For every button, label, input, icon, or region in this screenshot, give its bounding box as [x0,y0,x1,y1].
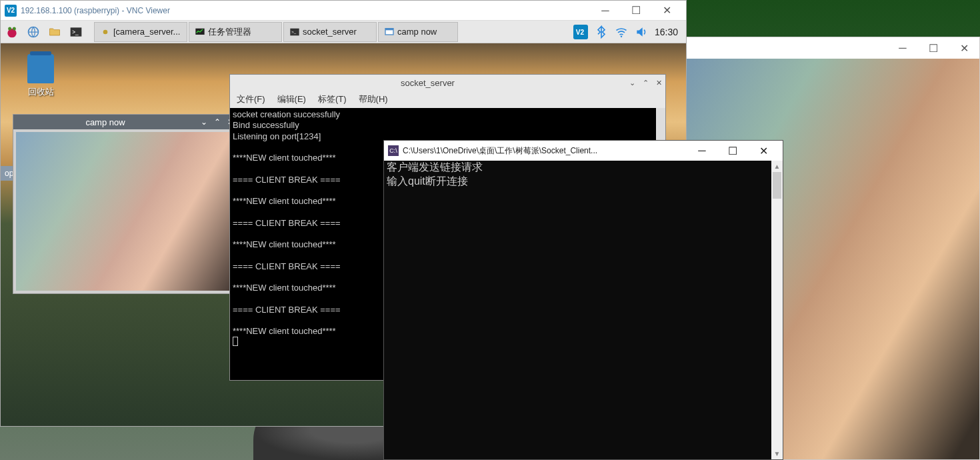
taskbar-app-socket-server[interactable]: >_ socket_server [283,22,377,42]
minimize-button[interactable]: ⌄ [625,76,639,89]
folder-icon [48,25,61,39]
close-button[interactable]: ✕ [748,141,779,161]
menu-file[interactable]: 文件(F) [237,93,265,105]
cmd-output[interactable]: 客户端发送链接请求 输入quit断开连接 ▲ ▼ [384,161,783,459]
menu-help[interactable]: 帮助(H) [359,93,388,105]
minimize-button[interactable]: ─ [687,141,717,161]
maximize-button[interactable]: ☐ [918,38,949,58]
globe-icon [27,25,40,39]
taskbar-app-label: [camera_server... [113,27,180,37]
svg-rect-11 [385,28,393,30]
terminal-titlebar[interactable]: socket_server ⌄ ⌃ ✕ [230,75,665,91]
svg-point-1 [8,27,11,30]
vnc-logo-icon: V2 [5,5,17,17]
pi-menu-button[interactable] [2,22,22,42]
scrollbar[interactable]: ▲ ▼ [771,161,783,459]
trash-desktop-icon[interactable]: 回收站 [27,54,54,98]
camp-window-title: camp now [13,117,197,127]
camera-window-titlebar[interactable]: ─ ☐ ✕ [686,37,979,59]
svg-point-2 [13,27,16,30]
maximize-button[interactable]: ⌃ [639,76,652,89]
clock[interactable]: 16:30 [655,27,678,37]
terminal-icon: >_ [289,27,300,37]
camp-titlebar[interactable]: camp now ⌄ ⌃ ✕ [13,115,237,129]
scroll-down-button[interactable]: ▼ [771,448,783,459]
window-icon [384,27,395,37]
menu-edit[interactable]: 编辑(E) [277,93,306,105]
trash-label: 回收站 [28,86,54,98]
terminal-icon: >_ [69,25,83,39]
cmd-line: 输入quit断开连接 [387,175,780,189]
taskbar-app-label: socket_server [303,27,357,37]
terminal-cursor [233,337,238,346]
svg-text:V2: V2 [576,28,585,35]
minimize-button[interactable]: ⌄ [197,115,211,129]
maximize-button[interactable]: ⌃ [211,115,224,129]
volume-icon[interactable] [635,25,648,39]
trash-icon [27,54,54,83]
system-tray: V2 16:30 [567,25,685,39]
cmd-icon: C:\ [388,145,399,156]
taskbar-app-camp-now[interactable]: camp now [378,22,458,42]
cmd-titlebar[interactable]: C:\ C:\Users\1\OneDrive\桌面\工作\树莓派\Socket… [384,141,783,161]
scroll-up-button[interactable]: ▲ [771,161,783,172]
vnc-tray-icon[interactable]: V2 [573,25,588,39]
vnc-titlebar[interactable]: V2 192.168.1.100 (raspberrypi) - VNC Vie… [1,1,686,21]
svg-text:>_: >_ [72,28,79,35]
maximize-button[interactable]: ☐ [717,141,748,161]
svg-text:>_: >_ [291,30,297,34]
cmd-window-title: C:\Users\1\OneDrive\桌面\工作\树莓派\Socket_Cli… [403,145,687,157]
maximize-button[interactable]: ☐ [621,1,651,21]
cmd-line: 客户端发送链接请求 [387,161,780,175]
svg-point-6 [103,29,108,34]
svg-point-14 [621,35,623,37]
wifi-icon[interactable] [615,25,628,39]
camp-now-window: camp now ⌄ ⌃ ✕ [13,114,238,294]
close-button[interactable]: ✕ [651,1,682,21]
close-button[interactable]: ✕ [652,76,665,89]
camp-camera-image [16,132,235,291]
socket-client-cmd-window: C:\ C:\Users\1\OneDrive\桌面\工作\树莓派\Socket… [383,140,783,460]
bluetooth-icon[interactable] [595,25,608,39]
files-button[interactable] [45,22,65,42]
close-button[interactable]: ✕ [949,38,979,58]
taskbar-app-label: 任务管理器 [208,26,251,38]
terminal-button[interactable]: >_ [66,22,86,42]
pi-taskbar: >_ [camera_server... 任务管理器 >_ socket_ser… [1,21,686,43]
monitor-icon [195,27,205,37]
browser-button[interactable] [23,22,43,42]
terminal-window-title: socket_server [230,78,625,88]
taskbar-app-label: camp now [397,27,437,37]
minimize-button[interactable]: ─ [590,1,621,21]
terminal-menubar: 文件(F) 编辑(E) 标签(T) 帮助(H) [230,91,665,108]
gear-icon [100,27,111,37]
vnc-window-title: 192.168.1.100 (raspberrypi) - VNC Viewer [21,6,590,15]
minimize-button[interactable]: ─ [887,38,918,58]
scroll-thumb[interactable] [773,172,781,199]
raspberry-icon [5,25,19,39]
taskbar-app-camera-server[interactable]: [camera_server... [94,22,187,42]
menu-tabs[interactable]: 标签(T) [318,93,347,105]
taskbar-app-task-manager[interactable]: 任务管理器 [189,22,282,42]
